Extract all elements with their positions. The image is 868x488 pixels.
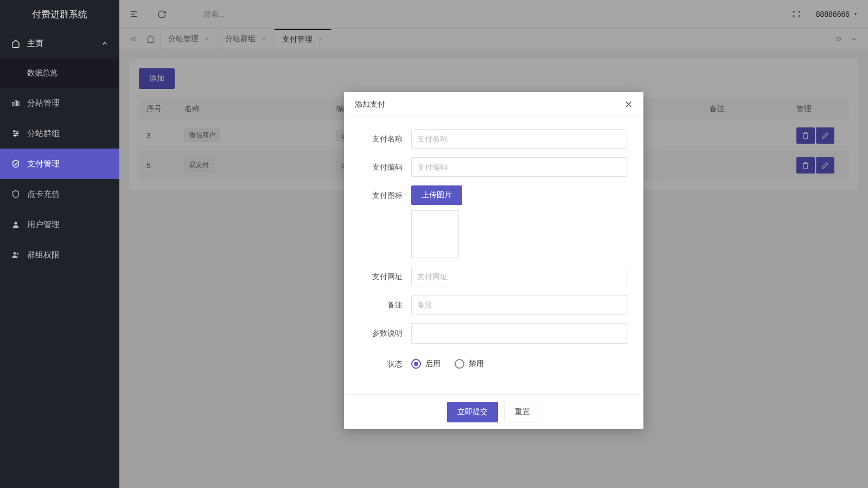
image-preview: [411, 210, 459, 258]
home-icon: [11, 38, 21, 48]
sidebar-item-permissions[interactable]: 群组权限: [0, 240, 119, 270]
sidebar-item-groups[interactable]: 分站群组: [0, 118, 119, 149]
svg-point-8: [14, 135, 16, 137]
sidebar-item-substation[interactable]: 分站管理: [0, 88, 119, 118]
sidebar-item-label: 数据总览: [27, 68, 58, 78]
svg-point-11: [17, 253, 18, 254]
users-icon: [11, 250, 21, 260]
main: 88886666 分站管理 ✕ 分站群组 ✕ 支付管理 ✕: [119, 0, 868, 488]
radio-unchecked-icon: [455, 359, 464, 369]
shield-check-icon: [11, 159, 21, 169]
close-icon[interactable]: ✕: [624, 100, 633, 110]
sidebar-item-label: 支付管理: [27, 159, 108, 169]
sidebar: 付费进群系统 主页 数据总览 分站管理 分站群组: [0, 0, 119, 488]
svg-rect-2: [17, 101, 19, 106]
sliders-icon: [11, 129, 21, 138]
sidebar-item-users[interactable]: 用户管理: [0, 209, 119, 240]
upload-button[interactable]: 上传图片: [411, 185, 462, 205]
sidebar-item-home[interactable]: 主页: [0, 28, 119, 59]
name-input[interactable]: [411, 129, 627, 149]
label-status: 状态: [360, 354, 411, 374]
sidebar-item-label: 用户管理: [27, 220, 108, 230]
label-params: 参数说明: [360, 323, 411, 343]
label-icon: 支付图标: [360, 185, 411, 205]
bars-icon: [11, 98, 21, 108]
shield-icon: [11, 189, 21, 199]
sidebar-sub-dashboard[interactable]: 数据总览: [0, 59, 119, 88]
svg-rect-0: [12, 102, 14, 106]
radio-enabled[interactable]: 启用: [411, 359, 441, 369]
label-remark: 备注: [360, 295, 411, 314]
radio-checked-icon: [411, 359, 421, 369]
sidebar-item-label: 主页: [27, 38, 101, 49]
reset-button[interactable]: 重置: [505, 402, 540, 422]
sidebar-item-label: 点卡充值: [27, 189, 108, 200]
radio-label: 启用: [425, 359, 441, 369]
app-title: 付费进群系统: [0, 0, 119, 28]
label-url: 支付网址: [360, 267, 411, 286]
svg-point-7: [16, 133, 18, 134]
code-input[interactable]: [411, 157, 627, 177]
sidebar-item-payment[interactable]: 支付管理: [0, 149, 119, 179]
svg-point-10: [14, 252, 16, 255]
chevron-up-icon: [101, 40, 108, 47]
remark-input[interactable]: [411, 295, 627, 314]
sidebar-item-label: 分站管理: [27, 98, 108, 108]
params-textarea[interactable]: [411, 323, 627, 344]
label-code: 支付编码: [360, 157, 411, 177]
user-icon: [11, 220, 21, 229]
label-name: 支付名称: [360, 129, 411, 149]
url-input[interactable]: [411, 267, 627, 286]
add-payment-modal: 添加支付 ✕ 支付名称 支付编码 支付图标 上传图片: [344, 92, 643, 429]
radio-disabled[interactable]: 禁用: [455, 359, 484, 369]
sidebar-item-label: 群组权限: [27, 250, 108, 260]
svg-rect-1: [15, 100, 17, 106]
sidebar-item-label: 分站群组: [27, 129, 108, 139]
modal-title: 添加支付: [355, 100, 385, 110]
sidebar-item-recharge[interactable]: 点卡充值: [0, 179, 119, 209]
svg-point-6: [14, 131, 15, 132]
submit-button[interactable]: 立即提交: [447, 402, 498, 422]
radio-label: 禁用: [469, 359, 484, 369]
svg-point-9: [14, 222, 17, 224]
